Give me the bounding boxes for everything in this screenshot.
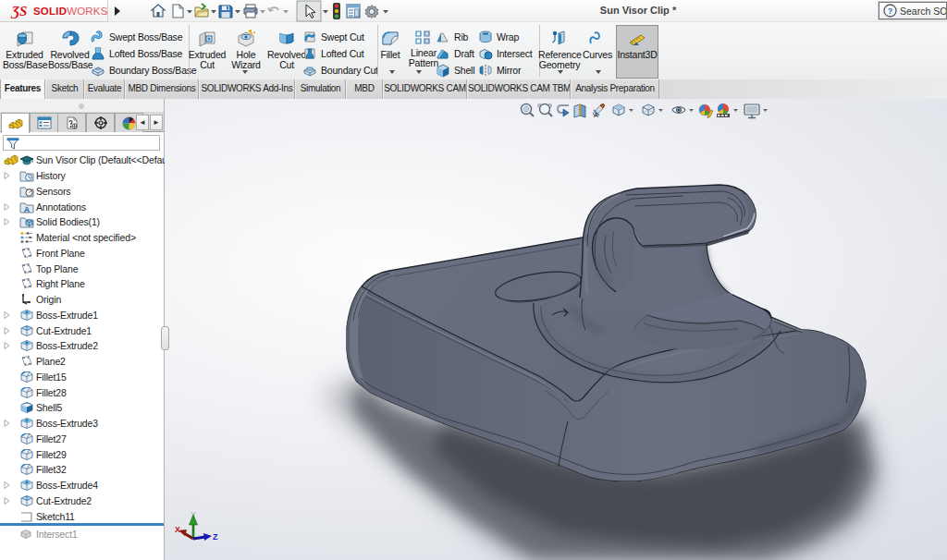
svg-text:?: ? [888, 6, 893, 16]
svg-text:Z: Z [213, 532, 218, 542]
svg-text:X: X [175, 525, 180, 534]
svg-text:A: A [594, 112, 598, 118]
svg-text:SOLIDWORKS: SOLIDWORKS [33, 6, 108, 17]
svg-text:ƷS: ƷS [10, 4, 27, 18]
